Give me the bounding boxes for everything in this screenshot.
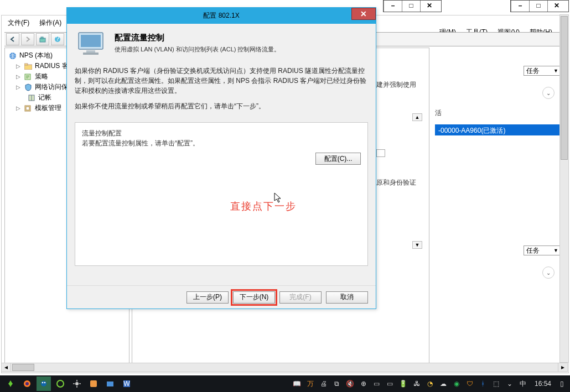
scroll-thumb[interactable] [12, 364, 34, 371]
svg-point-19 [42, 382, 44, 384]
svg-point-20 [44, 382, 46, 384]
bg-text-line2: 活 [435, 108, 442, 118]
tray-security-icon[interactable]: ⊕ [359, 380, 369, 388]
tray-print-icon[interactable]: 🖨 [319, 380, 329, 388]
scroll-up-icon[interactable]: ▲ [412, 113, 422, 121]
annotation-text: 直接点下一步 [230, 200, 297, 213]
collapse-button-1[interactable]: ⌄ [542, 87, 555, 99]
tray-icon[interactable]: ⬚ [491, 380, 501, 388]
toolbar-back-button[interactable] [6, 33, 19, 45]
toolbar-forward-button[interactable] [21, 33, 34, 45]
configure-button[interactable]: 配置(C)... [315, 153, 361, 165]
tray-volume-icon[interactable]: 🔇 [345, 380, 355, 388]
bg2-max-button[interactable]: □ [529, 1, 547, 12]
expand-icon[interactable]: ▷ [16, 84, 22, 90]
wizard-body: 如果你的 RADIUS 客户端（身份验证交换机或无线访问点）支持使用 RADIU… [67, 58, 376, 120]
bg-min-button[interactable]: – [384, 1, 402, 12]
vertical-scrollbar[interactable] [559, 14, 569, 363]
globe-icon [8, 52, 17, 60]
policy-icon [24, 73, 33, 81]
tray-battery-icon[interactable]: 🔋 [398, 380, 408, 388]
tree-node-label: 网络访问保 [35, 82, 68, 92]
panel-line2: 若要配置流量控制属性，请单击“配置”。 [82, 138, 361, 148]
shield-icon [24, 83, 33, 91]
tree-node-label: 策略 [35, 72, 48, 81]
wizard-title: 配置 802.1X [203, 11, 239, 20]
taskbar-app-2[interactable] [20, 377, 34, 391]
wizard-header-sub: 使用虚拟 LAN (VLAN) 和访问控制列表 (ACL) 控制网络流量。 [115, 45, 280, 54]
bg2-close-button[interactable]: ✕ [547, 1, 566, 12]
svg-rect-14 [86, 50, 95, 53]
horizontal-scrollbar[interactable]: ◂ ▸ [1, 363, 568, 372]
tray-icon[interactable]: ⧉ [332, 380, 342, 388]
toolbar-up-button[interactable] [36, 33, 49, 45]
tray-icon[interactable]: 📖 [292, 380, 302, 388]
book-icon [27, 94, 36, 102]
collapse-button-2[interactable]: ⌄ [542, 266, 555, 279]
scroll-thumb[interactable] [561, 16, 568, 160]
tray-icon[interactable]: ▭ [385, 380, 395, 388]
bg2-min-button[interactable]: – [511, 1, 529, 12]
tasks-dropdown-2[interactable]: 任务 ▼ [524, 245, 561, 255]
svg-rect-6 [24, 64, 28, 65]
wizard-titlebar[interactable]: 配置 802.1X ✕ [67, 8, 376, 24]
tray-icon[interactable]: ◔ [425, 380, 435, 388]
wizard-dialog: 配置 802.1X ✕ 配置流量控制 使用虚拟 LAN (VLAN) 和访问控制… [66, 7, 376, 309]
tree-node-label: 记帐 [38, 93, 51, 102]
system-tray: 📖 万 🖨 ⧉ 🔇 ⊕ ▭ ▭ 🔋 🖧 ◔ ☁ ◉ 🛡 ᚼ ⬚ ⌄ 中 16:5… [292, 379, 567, 389]
tray-clock[interactable]: 16:54 [535, 380, 551, 388]
taskbar-app-5[interactable] [70, 377, 84, 391]
tray-icon[interactable]: 🛡 [465, 380, 475, 388]
tray-show-desktop[interactable]: ▯ [557, 380, 567, 388]
folder-icon [24, 62, 33, 70]
chevron-down-icon: ▼ [553, 68, 558, 74]
tasks-label: 任务 [526, 246, 540, 255]
prev-button[interactable]: 上一步(P) [186, 291, 229, 304]
bg-max-button[interactable]: □ [402, 1, 420, 12]
expand-icon[interactable]: ▷ [16, 74, 22, 80]
menu-action[interactable]: 操作(A) [37, 18, 64, 29]
tray-icon[interactable]: ◉ [452, 380, 462, 388]
svg-rect-1 [41, 37, 43, 39]
taskbar-app-4[interactable] [53, 377, 68, 391]
svg-text:?: ? [56, 36, 60, 43]
tray-icon[interactable]: ☁ [438, 380, 448, 388]
expand-icon[interactable]: ▷ [16, 63, 22, 69]
scroll-down-icon[interactable]: ▼ [412, 241, 422, 249]
tray-icon[interactable]: 万 [305, 379, 315, 389]
bg-window-buttons-2: – □ ✕ [510, 0, 569, 12]
selected-list-item[interactable]: -00000-AA960(已激活) [435, 124, 563, 135]
traffic-control-panel: 流量控制配置 若要配置流量控制属性，请单击“配置”。 配置(C)... [75, 122, 368, 266]
taskbar: W 📖 万 🖨 ⧉ 🔇 ⊕ ▭ ▭ 🔋 🖧 ◔ ☁ ◉ 🛡 ᚼ ⬚ ⌄ 中 16… [0, 375, 570, 392]
tray-network-icon[interactable]: 🖧 [412, 380, 422, 388]
cancel-button[interactable]: 取消 [326, 291, 368, 304]
svg-point-22 [75, 382, 79, 385]
tray-bluetooth-icon[interactable]: ᚼ [478, 380, 488, 388]
tray-chevron-icon[interactable]: ⌄ [505, 380, 515, 388]
expand-icon[interactable]: ▷ [16, 105, 22, 111]
taskbar-app-1[interactable] [3, 377, 18, 391]
scroll-left-icon[interactable]: ◂ [2, 363, 11, 372]
taskbar-app-7[interactable] [103, 377, 117, 391]
wizard-para2: 如果你不使用流量控制或希望稍后再配置它们，请单击“下一步”。 [75, 101, 368, 111]
wizard-footer: 上一步(P) 下一步(N) 完成(F) 取消 [67, 285, 376, 309]
svg-point-21 [57, 380, 64, 387]
bg-close-button[interactable]: ✕ [420, 1, 438, 12]
next-button[interactable]: 下一步(N) [233, 291, 275, 304]
tray-ime[interactable]: 中 [518, 379, 528, 389]
wizard-close-button[interactable]: ✕ [351, 8, 376, 20]
taskbar-app-8[interactable]: W [120, 377, 134, 391]
tree-node-label: 模板管理 [35, 103, 61, 113]
taskbar-app-3[interactable] [37, 377, 51, 391]
tasks-dropdown-1[interactable]: 任务 ▼ [524, 66, 561, 76]
svg-point-18 [41, 381, 46, 386]
bg-text-line3: 原和身份验证 [376, 178, 416, 187]
svg-point-17 [25, 382, 29, 385]
finish-button: 完成(F) [279, 291, 322, 304]
menu-file[interactable]: 文件(F) [6, 18, 32, 29]
taskbar-app-6[interactable] [86, 377, 101, 391]
wizard-para1: 如果你的 RADIUS 客户端（身份验证交换机或无线访问点）支持使用 RADIU… [75, 66, 368, 96]
tray-icon[interactable]: ▭ [372, 380, 382, 388]
scroll-right-icon[interactable]: ▸ [558, 363, 567, 372]
toolbar-help-button[interactable]: ? [51, 33, 64, 45]
